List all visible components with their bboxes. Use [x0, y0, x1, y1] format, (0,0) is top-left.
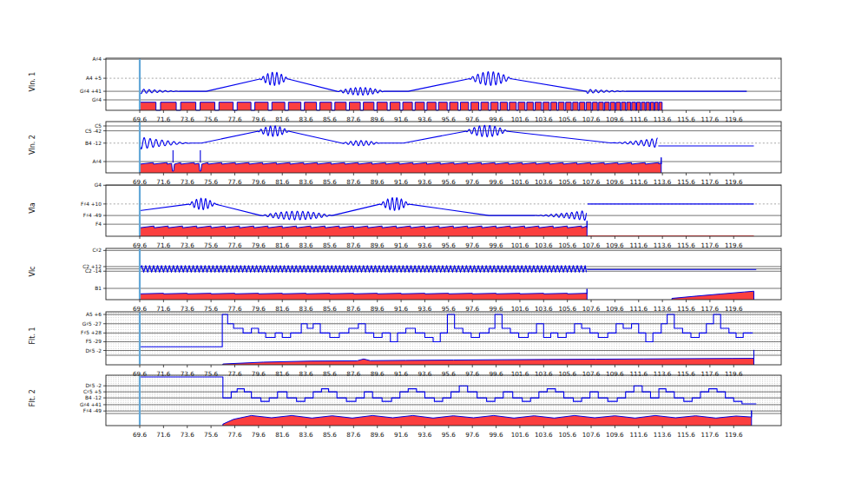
x-tick-label: 115.6 — [677, 241, 695, 249]
x-tick-label: 75.6 — [204, 370, 218, 378]
x-tick-label: 117.6 — [701, 431, 720, 439]
x-tick-label: 111.6 — [629, 305, 648, 313]
x-tick-label: 111.6 — [629, 178, 648, 186]
x-tick-label: 119.6 — [725, 305, 743, 313]
x-tick-label: 73.6 — [181, 241, 194, 249]
x-tick-label: 101.6 — [511, 431, 529, 439]
x-tick-label: 73.6 — [181, 370, 194, 378]
x-tick-label: 99.6 — [490, 370, 503, 378]
x-tick-label: 69.6 — [133, 178, 147, 186]
x-tick-label: 107.6 — [582, 431, 601, 439]
x-tick-label: 83.6 — [299, 431, 313, 439]
y-tick-label: A4 +5 — [86, 76, 102, 81]
x-tick-label: 69.6 — [133, 305, 147, 313]
x-tick-label: 113.6 — [654, 370, 672, 378]
y-tick-label: G4 — [95, 182, 102, 188]
pitch-line — [140, 125, 754, 149]
x-tick-label: 111.6 — [629, 241, 648, 249]
y-tick-label: F♯4 +10 — [81, 202, 102, 207]
pitch-line — [140, 198, 754, 221]
x-tick-label: 107.6 — [582, 241, 601, 249]
y-tick-label: G♯4 — [92, 97, 102, 102]
x-tick-label: 115.6 — [677, 178, 695, 186]
x-tick-label: 91.6 — [394, 370, 408, 378]
x-tick-label: 73.6 — [181, 431, 194, 439]
x-tick-label: 95.6 — [442, 431, 456, 439]
y-tick-label: A♯4 — [93, 159, 102, 164]
x-tick-label: 117.6 — [701, 370, 720, 378]
x-tick-label: 81.6 — [275, 178, 289, 186]
x-tick-label: 101.6 — [511, 305, 529, 313]
y-tick-label: C2 -14 — [85, 268, 102, 274]
y-tick-label: D♯5 -2 — [85, 348, 102, 354]
x-tick-label: 91.6 — [394, 431, 408, 439]
x-tick-label: 81.6 — [275, 305, 289, 313]
y-tick-label: F♯4 -49 — [83, 408, 102, 413]
x-tick-label: 103.6 — [535, 305, 553, 313]
x-tick-label: 107.6 — [582, 178, 601, 186]
x-tick-label: 109.6 — [606, 178, 624, 186]
x-tick-label: 77.6 — [227, 431, 241, 439]
x-tick-label: 105.6 — [558, 305, 576, 313]
x-tick-label: 87.6 — [346, 178, 360, 186]
x-tick-label: 99.6 — [490, 178, 503, 186]
y-tick-label: B4 -12 — [85, 141, 102, 146]
x-tick-label: 113.6 — [654, 431, 672, 439]
y-tick-label: C♯5 +5 — [83, 389, 102, 394]
x-tick-label: 85.6 — [323, 370, 337, 378]
x-tick-label: 79.6 — [252, 431, 266, 439]
subplot-title: Flt. 2 — [29, 389, 36, 406]
x-tick-label: 115.6 — [677, 431, 695, 439]
x-tick-label: 69.6 — [133, 241, 147, 249]
y-tick-label: C♯2 — [92, 248, 102, 253]
pitch-amplitude-figure: A♯4A4 +5G♯4 +41G♯469.671.673.675.677.679… — [0, 0, 868, 489]
x-tick-label: 97.6 — [465, 305, 479, 313]
x-tick-label: 103.6 — [535, 370, 553, 378]
x-tick-label: 69.6 — [133, 431, 147, 439]
x-tick-label: 93.6 — [418, 305, 431, 313]
amplitude-area — [223, 411, 752, 426]
x-tick-label: 105.6 — [558, 241, 576, 249]
x-tick-label: 71.6 — [156, 370, 170, 378]
x-tick-label: 97.6 — [465, 241, 479, 249]
x-tick-label: 89.6 — [371, 178, 385, 186]
x-tick-label: 103.6 — [535, 431, 553, 439]
x-tick-label: 73.6 — [181, 305, 194, 313]
amplitude-area — [140, 221, 587, 236]
pitch-line — [140, 377, 756, 404]
x-tick-label: 87.6 — [346, 305, 360, 313]
x-tick-label: 81.6 — [275, 431, 289, 439]
subplot-title: Vln. 2 — [29, 135, 36, 155]
x-tick-label: 109.6 — [606, 431, 624, 439]
x-tick-label: 83.6 — [299, 305, 313, 313]
x-tick-label: 93.6 — [418, 431, 431, 439]
x-tick-label: 119.6 — [725, 178, 743, 186]
y-tick-label: B1 — [95, 286, 102, 291]
x-tick-label: 75.6 — [204, 241, 218, 249]
x-tick-label: 83.6 — [299, 178, 313, 186]
y-tick-label: B4 -12 — [85, 395, 102, 400]
amplitude-area — [140, 102, 662, 110]
y-tick-label: G♯5 -27 — [82, 321, 102, 327]
x-tick-label: 79.6 — [252, 305, 266, 313]
x-tick-label: 101.6 — [511, 370, 529, 378]
x-tick-label: 113.6 — [654, 178, 672, 186]
x-tick-label: 77.6 — [227, 178, 241, 186]
x-tick-label: 87.6 — [346, 431, 360, 439]
x-tick-label: 71.6 — [156, 178, 170, 186]
y-tick-label: D♯5 -2 — [85, 383, 102, 388]
subplot-title: Vlc — [29, 267, 36, 277]
x-tick-label: 93.6 — [418, 178, 431, 186]
x-tick-label: 91.6 — [394, 178, 408, 186]
x-tick-label: 85.6 — [323, 241, 337, 249]
x-tick-label: 119.6 — [725, 431, 743, 439]
y-tick-label: G♯4 +41 — [80, 402, 102, 407]
x-tick-label: 71.6 — [156, 241, 170, 249]
y-tick-label: C5 -42 — [85, 129, 102, 134]
x-tick-label: 113.6 — [654, 241, 672, 249]
y-tick-label: F4 — [95, 221, 102, 227]
y-tick-label: A♯4 — [93, 56, 102, 62]
x-tick-label: 75.6 — [204, 178, 218, 186]
x-tick-label: 83.6 — [299, 241, 313, 249]
x-tick-label: 99.6 — [490, 305, 503, 313]
